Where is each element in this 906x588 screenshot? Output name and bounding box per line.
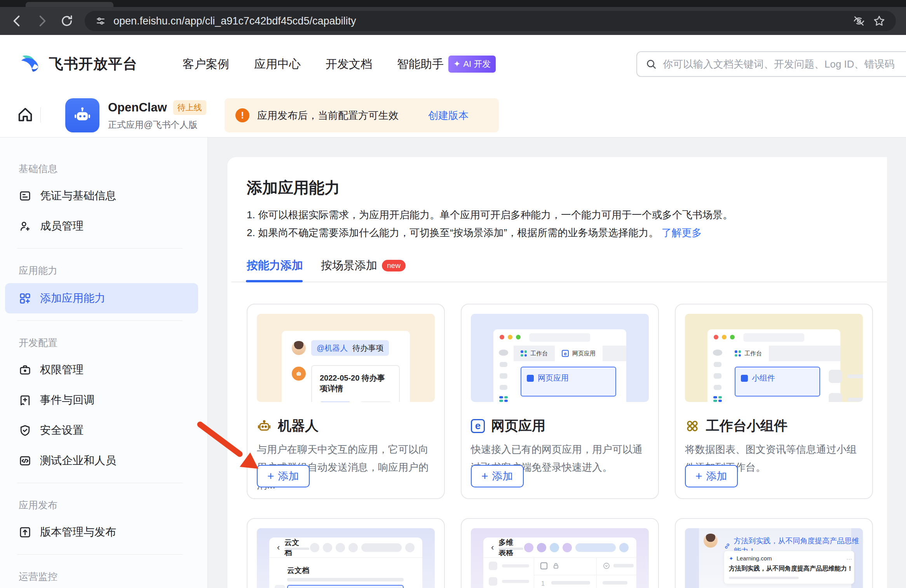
- clouddoc-illustration: ‹ 云文档 云文档 +: [257, 528, 435, 588]
- message-illustration: 方法到实践，从不同角度提高产品思维能力！ ✦Learning.com … 方法到…: [685, 528, 863, 588]
- webapp-icon: e: [471, 419, 485, 433]
- search-box[interactable]: [636, 51, 906, 77]
- bot-illustration: @机器人 待办事项 2022-05-20 待办事项详情 去处理 延期待办: [257, 314, 435, 402]
- shield-check-icon: [19, 424, 31, 437]
- back-icon[interactable]: [10, 14, 24, 28]
- new-badge: new: [382, 260, 406, 271]
- instruction-line-1: 1. 你可以根据实际需求，为应用开启能力。单个应用可开启多种能力，一个能力可用于…: [247, 206, 733, 224]
- divider: [17, 554, 183, 555]
- link-preview-card: ✦Learning.com … 方法到实践，从不同角度提高产品思维能力！: [724, 551, 854, 584]
- screen: open.feishu.cn/app/cli_a91c7c42bdf45cd5/…: [0, 0, 906, 588]
- app-bar: OpenClaw 待上线 正式应用@飞书个人版 ! 应用发布后，当前配置方可生效…: [0, 93, 906, 137]
- robot-icon: [257, 419, 272, 433]
- more-icon: …: [846, 554, 853, 561]
- link-icon: [724, 542, 731, 550]
- todo-card: 2022-05-20 待办事项详情 去处理 延期待办: [311, 365, 400, 402]
- add-widget-button[interactable]: + 添加: [685, 465, 738, 487]
- brand-title: 飞书开放平台: [49, 54, 138, 74]
- widget-icon: [685, 419, 700, 433]
- tab-by-scene[interactable]: 按场景添加 new: [321, 258, 406, 273]
- sidebar-section-publish: 应用发布: [0, 484, 207, 517]
- publish-icon: [19, 526, 31, 539]
- content-panel: 添加应用能力 1. 你可以根据实际需求，为应用开启能力。单个应用可开启多种能力，…: [227, 157, 887, 588]
- site-settings-icon[interactable]: [95, 15, 106, 27]
- nav-customer-cases[interactable]: 客户案例: [183, 56, 229, 72]
- divider: [17, 483, 183, 483]
- avatar: [704, 534, 718, 548]
- brand[interactable]: 飞书开放平台: [18, 52, 138, 76]
- add-webapp-button[interactable]: + 添加: [471, 465, 524, 487]
- sidebar-section-dev: 开发配置: [0, 322, 207, 355]
- bitable-illustration: ‹ 多维表格: [471, 528, 649, 588]
- app-name: OpenClaw: [108, 101, 167, 115]
- app-meta: 正式应用@飞书个人版: [108, 119, 197, 131]
- create-version-link[interactable]: 创建版本: [428, 109, 469, 122]
- warning-banner: ! 应用发布后，当前配置方可生效 创建版本: [225, 98, 499, 132]
- feishu-logo-icon: [18, 52, 42, 76]
- divider: [17, 248, 183, 249]
- mock-tab-workbench: 工作台: [728, 346, 769, 361]
- eye-off-icon[interactable]: [852, 14, 866, 28]
- ai-dev-badge[interactable]: ✦AI 开发: [448, 56, 496, 73]
- home-icon[interactable]: [16, 106, 34, 124]
- plus-icon: +: [267, 470, 274, 482]
- card-webapp[interactable]: 工作台 e 网页应用 网页应用: [461, 304, 659, 499]
- nav-ai-assistant[interactable]: 智能助手: [397, 56, 444, 72]
- sidebar-item-add-capability[interactable]: 添加应用能力: [5, 283, 198, 313]
- sidebar-item-credentials[interactable]: 凭证与基础信息: [0, 181, 207, 211]
- app-icon[interactable]: [65, 98, 99, 132]
- nav-dev-docs[interactable]: 开发文档: [326, 56, 372, 72]
- forward-icon[interactable]: [35, 14, 49, 28]
- card-title: 机器人: [278, 417, 319, 435]
- instructions: 1. 你可以根据实际需求，为应用开启能力。单个应用可开启多种能力，一个能力可用于…: [247, 206, 733, 242]
- site-header: 飞书开放平台 客户案例 应用中心 开发文档 智能助手 ✦AI 开发: [0, 35, 906, 93]
- reload-icon[interactable]: [60, 14, 74, 28]
- top-nav: 客户案例 应用中心 开发文档 智能助手 ✦AI 开发: [183, 56, 496, 73]
- lock-icon: [552, 562, 560, 570]
- bot-avatar-icon: [292, 367, 306, 381]
- chevron-circle-icon: [603, 562, 610, 570]
- sidebar: 基础信息 凭证与基础信息 成员管理 应用能力 添加应用能力 开发配置 权限管理 …: [0, 137, 208, 588]
- status-badge: 待上线: [173, 100, 206, 115]
- capability-cards: @机器人 待办事项 2022-05-20 待办事项详情 去处理 延期待办: [247, 304, 873, 588]
- tab-by-capability[interactable]: 按能力添加: [247, 258, 303, 273]
- add-bot-button[interactable]: + 添加: [257, 465, 310, 487]
- warning-text: 应用发布后，当前配置方可生效: [257, 109, 399, 122]
- card-message[interactable]: 方法到实践，从不同角度提高产品思维能力！ ✦Learning.com … 方法到…: [675, 518, 873, 588]
- page-title: 添加应用能力: [247, 177, 340, 198]
- browser-tabstrip: [0, 0, 906, 7]
- browser-chrome: open.feishu.cn/app/cli_a91c7c42bdf45cd5/…: [0, 0, 906, 35]
- search-input[interactable]: [663, 58, 906, 70]
- search-icon: [645, 58, 657, 70]
- webapp-illustration: 工作台 e 网页应用 网页应用: [471, 314, 649, 402]
- tabs: 按能力添加 按场景添加 new: [247, 258, 406, 273]
- back-chevron-icon: ‹: [277, 543, 280, 553]
- card-bitable[interactable]: ‹ 多维表格: [461, 518, 659, 588]
- nav-app-center[interactable]: 应用中心: [254, 56, 301, 72]
- card-clouddoc[interactable]: ‹ 云文档 云文档 +: [247, 518, 445, 588]
- todo-defer-button: 延期待办: [360, 402, 391, 402]
- browser-active-tab[interactable]: [26, 2, 113, 7]
- favicon-icon: ✦: [729, 555, 734, 562]
- sidebar-item-security[interactable]: 安全设置: [0, 415, 207, 445]
- avatar: [292, 341, 306, 355]
- sidebar-item-members[interactable]: 成员管理: [0, 211, 207, 241]
- plus-icon: +: [275, 585, 285, 588]
- card-widget[interactable]: 工作台 小组件 工作台小组件: [675, 304, 873, 499]
- sidebar-item-events[interactable]: 事件与回调: [0, 385, 207, 415]
- learn-more-link[interactable]: 了解更多: [661, 227, 702, 238]
- instruction-line-2: 2. 如果尚不确定需要添加什么能力，可切换至“按场景添加”，根据所需的业务场景选…: [247, 224, 733, 242]
- browser-toolbar: open.feishu.cn/app/cli_a91c7c42bdf45cd5/…: [0, 7, 906, 35]
- warning-icon: !: [235, 108, 249, 122]
- code-icon: [19, 454, 31, 467]
- sidebar-section-monitor: 运营监控: [0, 555, 207, 588]
- card-bot[interactable]: @机器人 待办事项 2022-05-20 待办事项详情 去处理 延期待办: [247, 304, 445, 499]
- sidebar-item-release[interactable]: 版本管理与发布: [0, 517, 207, 547]
- mention-chip: @机器人 待办事项: [311, 340, 389, 356]
- divider: [40, 107, 41, 123]
- url-bar[interactable]: open.feishu.cn/app/cli_a91c7c42bdf45cd5/…: [85, 11, 896, 31]
- bookmark-star-icon[interactable]: [873, 14, 886, 28]
- sidebar-item-permissions[interactable]: 权限管理: [0, 355, 207, 385]
- sidebar-item-test-org[interactable]: 测试企业和人员: [0, 445, 207, 476]
- sidebar-section-basic: 基础信息: [0, 137, 207, 181]
